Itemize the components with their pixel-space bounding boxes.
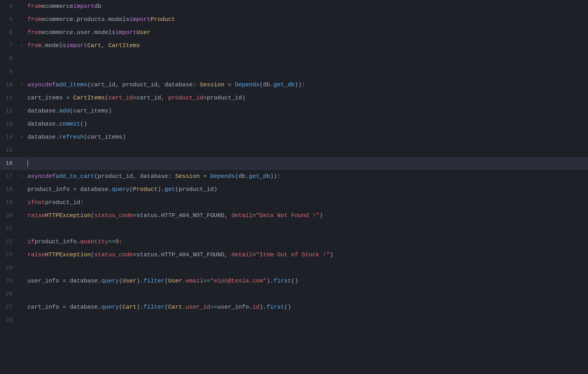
fold-gutter-14: ▾: [18, 131, 25, 144]
line-number-13: 13: [0, 118, 18, 131]
fold-gutter-7: ▾: [18, 39, 25, 52]
fold-gutter-28: [18, 314, 25, 327]
line-number-12: 12: [0, 105, 18, 118]
code-line-17: 17 ▾ async def add_to_cart(product_id, d…: [0, 170, 588, 183]
code-container: 4 from ecommerce import db 5 from ecomme…: [0, 0, 588, 374]
line-content-22: if product_info.quantity <= 0:: [25, 235, 588, 248]
line-content-16: [25, 157, 588, 170]
line-content-4: from ecommerce import db: [25, 0, 588, 13]
fold-gutter-21: [18, 222, 25, 235]
fold-gutter-13: [18, 118, 25, 131]
line-number-14: 14: [0, 131, 18, 144]
line-content-26: [25, 288, 588, 301]
fold-gutter-27: [18, 301, 25, 314]
line-content-7: from .models import Cart, CartItems: [25, 39, 588, 52]
line-content-10: async def add_items(cart_id, product_id,…: [25, 78, 588, 92]
line-number-22: 22: [0, 235, 18, 248]
line-number-7: 7: [0, 39, 18, 52]
line-number-5: 5: [0, 13, 18, 26]
code-line-15: 15: [0, 144, 588, 157]
fold-gutter-16: [18, 157, 25, 170]
line-number-10: 10: [0, 78, 18, 92]
line-content-23: raise HTTPException(status_code=status.H…: [25, 248, 588, 262]
line-content-11: cart_items = CartItems(cart_id=cart_id, …: [25, 92, 588, 105]
code-line-16: 16: [0, 157, 588, 170]
line-content-17: async def add_to_cart(product_id, databa…: [25, 170, 588, 183]
code-editor[interactable]: 4 from ecommerce import db 5 from ecomme…: [0, 0, 588, 374]
line-content-5: from ecommerce.products.models import Pr…: [25, 13, 588, 26]
line-content-25: user_info = database.query(User).filter(…: [25, 275, 588, 288]
fold-gutter-17: ▾: [18, 170, 25, 183]
code-line-27: 27 cart_info = database.query(Cart).filt…: [0, 301, 588, 314]
fold-gutter-5: [18, 13, 25, 26]
line-content-18: product_info = database.query(Product).g…: [25, 183, 588, 196]
code-line-5: 5 from ecommerce.products.models import …: [0, 13, 588, 26]
fold-gutter-20: [18, 209, 25, 222]
code-line-24: 24: [0, 262, 588, 275]
fold-gutter-18: [18, 183, 25, 196]
code-line-18: 18 product_info = database.query(Product…: [0, 183, 588, 196]
fold-gutter-11: [18, 92, 25, 105]
code-line-23: 23 raise HTTPException(status_code=statu…: [0, 248, 588, 262]
line-number-16: 16: [0, 157, 18, 170]
line-content-8: [25, 52, 588, 65]
code-line-14: 14 ▾ database.refresh(cart_items): [0, 131, 588, 144]
line-content-21: [25, 222, 588, 235]
code-line-19: 19 if not product_id:: [0, 196, 588, 209]
code-line-20: 20 raise HTTPException(status_code=statu…: [0, 209, 588, 222]
line-content-6: from ecommerce.user.models import User: [25, 26, 588, 39]
code-line-4: 4 from ecommerce import db: [0, 0, 588, 13]
line-content-14: database.refresh(cart_items): [25, 131, 588, 144]
line-number-8: 8: [0, 52, 18, 65]
line-content-28: [25, 314, 588, 327]
line-number-17: 17: [0, 170, 18, 183]
fold-gutter-26: [18, 288, 25, 301]
fold-gutter-24: [18, 262, 25, 275]
code-line-6: 6 from ecommerce.user.models import User: [0, 26, 588, 39]
line-content-19: if not product_id:: [25, 196, 588, 209]
line-number-9: 9: [0, 65, 18, 78]
code-line-10: 10 ▾ async def add_items(cart_id, produc…: [0, 78, 588, 92]
line-number-18: 18: [0, 183, 18, 196]
line-number-6: 6: [0, 26, 18, 39]
code-line-13: 13 database.commit(): [0, 118, 588, 131]
fold-gutter-6: [18, 26, 25, 39]
code-line-28: 28: [0, 314, 588, 327]
code-line-9: 9: [0, 65, 588, 78]
line-content-27: cart_info = database.query(Cart).filter(…: [25, 301, 588, 314]
fold-gutter-4: [18, 0, 25, 13]
line-number-23: 23: [0, 248, 18, 262]
line-number-21: 21: [0, 222, 18, 235]
code-line-8: 8: [0, 52, 588, 65]
line-number-15: 15: [0, 144, 18, 157]
code-line-7: 7 ▾ from .models import Cart, CartItems: [0, 39, 588, 52]
line-content-15: [25, 144, 588, 157]
line-number-27: 27: [0, 301, 18, 314]
code-line-22: 22 if product_info.quantity <= 0:: [0, 235, 588, 248]
line-content-12: database.add(cart_items): [25, 105, 588, 118]
line-number-11: 11: [0, 92, 18, 105]
fold-gutter-22: [18, 235, 25, 248]
line-content-9: [25, 65, 588, 78]
line-number-25: 25: [0, 275, 18, 288]
fold-gutter-15: [18, 144, 25, 157]
code-line-21: 21: [0, 222, 588, 235]
line-content-20: raise HTTPException(status_code=status.H…: [25, 209, 588, 222]
line-number-24: 24: [0, 262, 18, 275]
code-line-26: 26: [0, 288, 588, 301]
code-line-12: 12 database.add(cart_items): [0, 105, 588, 118]
fold-gutter-23: [18, 248, 25, 262]
fold-gutter-9: [18, 65, 25, 78]
line-number-19: 19: [0, 196, 18, 209]
line-number-4: 4: [0, 0, 18, 13]
line-content-24: [25, 262, 588, 275]
line-content-13: database.commit(): [25, 118, 588, 131]
fold-gutter-10: ▾: [18, 78, 25, 92]
fold-gutter-25: [18, 275, 25, 288]
code-line-25: 25 user_info = database.query(User).filt…: [0, 275, 588, 288]
line-number-26: 26: [0, 288, 18, 301]
fold-gutter-12: [18, 105, 25, 118]
fold-gutter-19: [18, 196, 25, 209]
line-number-28: 28: [0, 314, 18, 327]
code-line-11: 11 cart_items = CartItems(cart_id=cart_i…: [0, 92, 588, 105]
